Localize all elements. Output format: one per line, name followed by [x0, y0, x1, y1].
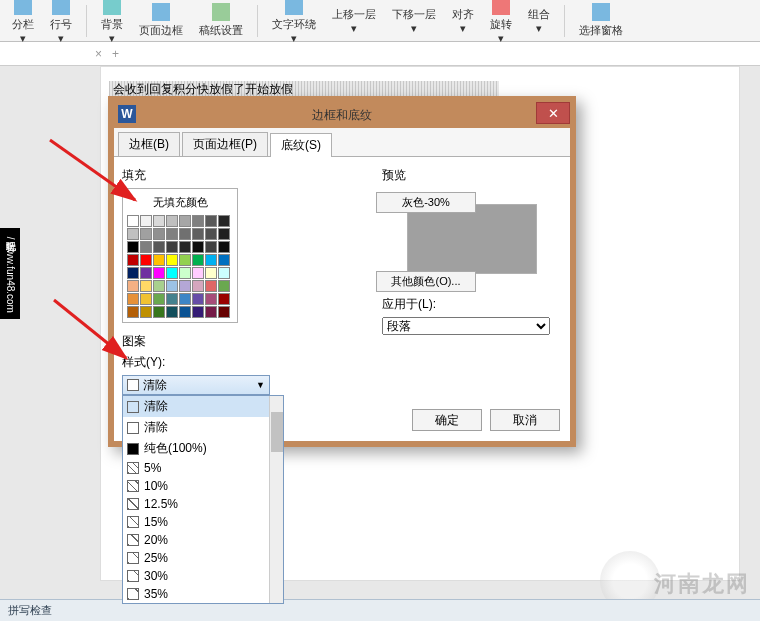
color-swatch[interactable]: [192, 293, 204, 305]
color-swatch[interactable]: [166, 280, 178, 292]
color-swatch[interactable]: [153, 215, 165, 227]
color-swatch[interactable]: [218, 306, 230, 318]
color-swatch[interactable]: [153, 241, 165, 253]
cancel-button[interactable]: 取消: [490, 409, 560, 431]
color-swatch[interactable]: [192, 241, 204, 253]
color-swatch[interactable]: [192, 254, 204, 266]
color-swatch[interactable]: [205, 267, 217, 279]
style-option[interactable]: 清除: [123, 396, 283, 417]
color-swatch[interactable]: [218, 215, 230, 227]
color-swatch[interactable]: [166, 293, 178, 305]
color-swatch[interactable]: [179, 280, 191, 292]
color-swatch[interactable]: [140, 241, 152, 253]
color-swatch[interactable]: [127, 280, 139, 292]
ribbon-down[interactable]: 下移一层▾: [386, 5, 442, 37]
ribbon-rotate[interactable]: 旋转▾: [484, 0, 518, 47]
color-swatch[interactable]: [140, 306, 152, 318]
color-swatch[interactable]: [192, 215, 204, 227]
ribbon-align[interactable]: 对齐▾: [446, 5, 480, 37]
color-swatch[interactable]: [192, 267, 204, 279]
ribbon-bg[interactable]: 背景▾: [95, 0, 129, 47]
color-swatch[interactable]: [218, 254, 230, 266]
style-option[interactable]: 15%: [123, 513, 283, 531]
color-swatch[interactable]: [127, 241, 139, 253]
apply-to-select[interactable]: 段落: [382, 317, 550, 335]
color-swatch[interactable]: [166, 241, 178, 253]
style-option[interactable]: 12.5%: [123, 495, 283, 513]
color-swatch[interactable]: [127, 254, 139, 266]
color-swatch[interactable]: [140, 280, 152, 292]
color-swatch[interactable]: [218, 267, 230, 279]
tab-page-borders[interactable]: 页面边框(P): [182, 132, 268, 156]
color-swatch[interactable]: [218, 293, 230, 305]
ribbon-up[interactable]: 上移一层▾: [326, 5, 382, 37]
color-swatch[interactable]: [205, 241, 217, 253]
color-swatch[interactable]: [166, 254, 178, 266]
color-swatch[interactable]: [153, 306, 165, 318]
ribbon-selpane[interactable]: 选择窗格: [573, 1, 629, 40]
style-option[interactable]: 25%: [123, 549, 283, 567]
color-swatch[interactable]: [205, 280, 217, 292]
style-option[interactable]: 30%: [123, 567, 283, 585]
color-swatch[interactable]: [218, 241, 230, 253]
color-swatch[interactable]: [179, 215, 191, 227]
color-swatch[interactable]: [192, 306, 204, 318]
scrollbar[interactable]: [269, 396, 283, 603]
tab-shading[interactable]: 底纹(S): [270, 133, 332, 157]
color-swatch[interactable]: [179, 306, 191, 318]
ribbon-linenums[interactable]: 行号▾: [44, 0, 78, 47]
color-swatch[interactable]: [205, 228, 217, 240]
style-option[interactable]: 35%: [123, 585, 283, 603]
ribbon-cols[interactable]: 分栏▾: [6, 0, 40, 47]
style-option[interactable]: 清除: [123, 417, 283, 438]
color-swatch[interactable]: [205, 293, 217, 305]
style-combobox[interactable]: 清除 ▼: [122, 375, 270, 395]
color-swatch[interactable]: [140, 293, 152, 305]
color-swatch[interactable]: [153, 280, 165, 292]
color-swatch[interactable]: [127, 228, 139, 240]
color-swatch[interactable]: [205, 215, 217, 227]
color-swatch[interactable]: [179, 241, 191, 253]
color-swatch[interactable]: [153, 254, 165, 266]
color-swatch[interactable]: [218, 280, 230, 292]
tab-borders[interactable]: 边框(B): [118, 132, 180, 156]
style-option[interactable]: 20%: [123, 531, 283, 549]
color-swatch[interactable]: [179, 228, 191, 240]
color-swatch[interactable]: [140, 254, 152, 266]
color-swatch[interactable]: [179, 293, 191, 305]
ribbon-wrap[interactable]: 文字环绕▾: [266, 0, 322, 47]
ribbon-paper[interactable]: 稿纸设置: [193, 1, 249, 40]
color-swatch[interactable]: [192, 280, 204, 292]
no-fill-label[interactable]: 无填充颜色: [127, 193, 233, 212]
color-swatch[interactable]: [166, 215, 178, 227]
style-option[interactable]: 10%: [123, 477, 283, 495]
color-name-display[interactable]: 灰色-30%: [376, 192, 476, 213]
color-swatch[interactable]: [166, 228, 178, 240]
close-icon[interactable]: ✕: [536, 102, 570, 124]
color-swatch[interactable]: [127, 267, 139, 279]
other-colors-button[interactable]: 其他颜色(O)...: [376, 271, 476, 292]
color-swatch[interactable]: [218, 228, 230, 240]
color-swatch[interactable]: [127, 293, 139, 305]
color-swatch[interactable]: [153, 267, 165, 279]
color-swatch[interactable]: [127, 306, 139, 318]
ok-button[interactable]: 确定: [412, 409, 482, 431]
color-swatch[interactable]: [140, 228, 152, 240]
color-swatch[interactable]: [127, 215, 139, 227]
ribbon-pageborder[interactable]: 页面边框: [133, 1, 189, 40]
color-swatch[interactable]: [166, 267, 178, 279]
style-option[interactable]: 纯色(100%): [123, 438, 283, 459]
color-swatch[interactable]: [140, 215, 152, 227]
color-swatch[interactable]: [140, 267, 152, 279]
color-swatch[interactable]: [179, 254, 191, 266]
color-swatch[interactable]: [205, 306, 217, 318]
tab-add-icon[interactable]: +: [112, 47, 119, 61]
color-swatch[interactable]: [153, 293, 165, 305]
style-option[interactable]: 5%: [123, 459, 283, 477]
tab-close-icon[interactable]: ×: [95, 47, 102, 61]
color-swatch[interactable]: [192, 228, 204, 240]
spellcheck-status[interactable]: 拼写检查: [8, 603, 52, 618]
color-swatch[interactable]: [166, 306, 178, 318]
color-swatch[interactable]: [205, 254, 217, 266]
color-swatch[interactable]: [179, 267, 191, 279]
